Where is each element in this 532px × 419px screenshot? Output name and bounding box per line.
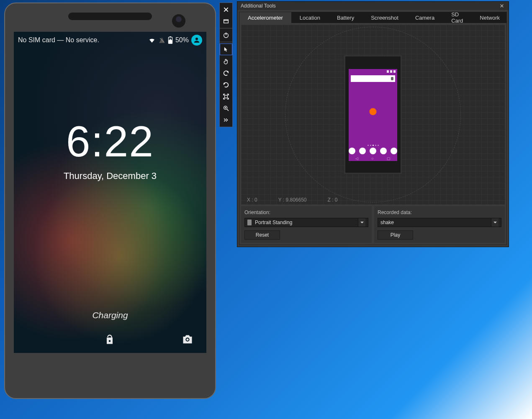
reset-button[interactable]: Reset <box>244 230 280 240</box>
tools-close-button[interactable] <box>499 3 505 9</box>
preview-search-bar <box>351 75 395 82</box>
tools-tabs: Accelerometer Location Battery Screensho… <box>239 12 506 23</box>
charging-label: Charging <box>14 310 206 320</box>
accelerometer-phone-preview[interactable]: ◁○▢ <box>344 55 402 174</box>
recorded-select[interactable]: shake <box>378 218 501 227</box>
device-screen[interactable]: No SIM card — No service. 50% 6:22 Thurs… <box>14 32 206 353</box>
minimize-button[interactable] <box>220 15 232 27</box>
tab-screenshot[interactable]: Screenshot <box>362 12 407 23</box>
recorded-data-control: Recorded data: shake Play <box>374 206 505 243</box>
pointer-mode-button[interactable] <box>220 43 232 55</box>
orientation-value: Portrait Standing <box>255 220 292 225</box>
lockscreen-clock: 6:22 Thursday, December 3 <box>14 120 206 181</box>
front-camera <box>172 14 185 28</box>
speaker-grille <box>68 13 152 20</box>
battery-charging-icon <box>168 36 173 44</box>
phone-portrait-icon <box>247 220 252 225</box>
fit-screen-button[interactable] <box>220 91 232 102</box>
tools-title-text: Additional Tools <box>241 3 276 9</box>
preview-statusbar <box>349 69 397 74</box>
tab-network[interactable]: Network <box>471 12 508 23</box>
tab-battery[interactable]: Battery <box>329 12 362 23</box>
svg-point-3 <box>186 338 188 340</box>
preview-screen: ◁○▢ <box>349 69 397 161</box>
battery-percent-text: 50% <box>175 36 189 44</box>
signal-none-icon <box>159 37 165 43</box>
svg-rect-8 <box>225 95 228 98</box>
rotate-left-button[interactable] <box>220 67 232 79</box>
accel-x: X : 0 <box>247 197 257 203</box>
svg-rect-1 <box>170 36 171 37</box>
preview-navbar: ◁○▢ <box>349 156 397 161</box>
accelerometer-canvas[interactable]: ◁○▢ X : 0 Y : 9.806650 Z : 0 <box>241 25 505 204</box>
user-avatar-icon[interactable] <box>191 35 202 46</box>
emulator-toolbar <box>219 3 233 127</box>
additional-tools-panel: Additional Tools Accelerometer Location … <box>237 1 509 247</box>
status-bar: No SIM card — No service. 50% <box>14 32 206 49</box>
accelerometer-readout: X : 0 Y : 9.806650 Z : 0 <box>247 197 338 203</box>
wifi-icon <box>148 37 156 43</box>
chevron-down-icon <box>358 218 365 227</box>
accel-z: Z : 0 <box>328 197 338 203</box>
tab-sdcard[interactable]: SD Card <box>443 12 471 23</box>
accel-y: Y : 9.806650 <box>278 197 307 203</box>
orientation-label: Orientation: <box>244 210 368 215</box>
svg-rect-4 <box>224 20 229 23</box>
emulator-device-frame: No SIM card — No service. 50% 6:22 Thurs… <box>4 3 216 399</box>
tools-titlebar[interactable]: Additional Tools <box>237 2 509 10</box>
preview-dock <box>349 148 397 156</box>
close-button[interactable] <box>220 4 232 15</box>
tab-accelerometer[interactable]: Accelerometer <box>239 12 291 23</box>
tab-location[interactable]: Location <box>291 12 329 23</box>
clock-time: 6:22 <box>14 120 206 163</box>
tab-camera[interactable]: Camera <box>407 12 443 23</box>
more-tools-button[interactable] <box>220 114 232 126</box>
orientation-select[interactable]: Portrait Standing <box>244 218 368 227</box>
svg-line-10 <box>227 109 229 111</box>
sim-status-text: No SIM card — No service. <box>18 36 99 44</box>
recorded-label: Recorded data: <box>378 210 501 215</box>
orientation-control: Orientation: Portrait Standing Reset <box>241 206 372 243</box>
clock-date: Thursday, December 3 <box>14 171 206 181</box>
preview-page-indicator <box>349 145 397 146</box>
chevron-down-icon <box>491 218 499 227</box>
accelerometer-ball-icon <box>370 108 377 115</box>
touch-mode-button[interactable] <box>220 56 232 67</box>
lock-icon[interactable] <box>104 334 116 347</box>
camera-icon[interactable] <box>181 334 194 347</box>
rotate-right-button[interactable] <box>220 79 232 91</box>
power-button[interactable] <box>220 29 232 41</box>
zoom-button[interactable] <box>220 102 232 114</box>
play-button[interactable]: Play <box>378 230 413 240</box>
recorded-value: shake <box>380 220 394 225</box>
